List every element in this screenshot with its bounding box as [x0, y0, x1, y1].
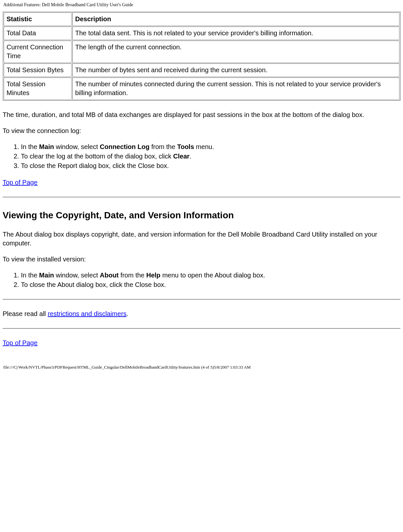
bold-text: Help: [146, 272, 160, 279]
text: from the: [149, 143, 177, 150]
th-description: Description: [72, 12, 399, 26]
bold-text: Main: [39, 272, 54, 279]
list-item: In the Main window, select About from th…: [21, 271, 400, 280]
bold-text: Tools: [177, 143, 194, 150]
top-of-page-link[interactable]: Top of Page: [3, 179, 38, 186]
text: menu to open the About dialog box.: [160, 272, 265, 279]
section-heading-copyright: Viewing the Copyright, Date, and Version…: [3, 209, 400, 222]
text: In the: [21, 272, 39, 279]
cell-description: The number of bytes sent and received du…: [72, 63, 399, 77]
cell-statistic: Current Connection Time: [4, 41, 72, 63]
bold-text: Clear: [173, 153, 190, 160]
bold-text: Main: [39, 143, 54, 150]
text: .: [190, 153, 192, 160]
paragraph-view-version-intro: To view the installed version:: [3, 255, 400, 264]
list-item: In the Main window, select Connection Lo…: [21, 142, 400, 151]
text: window, select: [54, 272, 100, 279]
text: To close the Report dialog box, click th…: [21, 162, 169, 169]
list-item: To close the Report dialog box, click th…: [21, 161, 400, 170]
horizontal-rule: [3, 299, 400, 300]
cell-statistic: Total Data: [4, 26, 72, 40]
text: In the: [21, 143, 39, 150]
paragraph-about-intro: The About dialog box displays copyright,…: [3, 230, 400, 248]
paragraph-past-sessions: The time, duration, and total MB of data…: [3, 110, 400, 119]
connection-log-steps: In the Main window, select Connection Lo…: [3, 142, 400, 170]
top-of-page-link-wrapper: Top of Page: [3, 178, 400, 187]
top-of-page-link[interactable]: Top of Page: [3, 339, 38, 346]
horizontal-rule: [3, 197, 400, 197]
table-row: Total Data The total data sent. This is …: [4, 26, 399, 40]
text: To clear the log at the bottom of the di…: [21, 153, 173, 160]
text: from the: [119, 272, 146, 279]
table-header-row: Statistic Description: [4, 12, 399, 26]
table-row: Total Session Bytes The number of bytes …: [4, 63, 399, 77]
paragraph-restrictions: Please read all restrictions and disclai…: [3, 309, 400, 318]
page-header: Additional Features: Dell Mobile Broadba…: [3, 0, 400, 11]
about-steps: In the Main window, select About from th…: [3, 271, 400, 289]
list-item: To close the About dialog box, click the…: [21, 280, 400, 289]
cell-description: The total data sent. This is not related…: [72, 26, 399, 40]
bold-text: Connection Log: [100, 143, 149, 150]
bold-text: About: [100, 272, 119, 279]
th-statistic: Statistic: [4, 12, 72, 26]
statistics-table: Statistic Description Total Data The tot…: [3, 11, 400, 101]
cell-description: The length of the current connection.: [72, 41, 399, 63]
list-item: To clear the log at the bottom of the di…: [21, 152, 400, 161]
text: menu.: [194, 143, 214, 150]
text: Please read all: [3, 310, 48, 317]
restrictions-link[interactable]: restrictions and disclaimers: [48, 310, 126, 317]
footer-path: file:///C|/Work/NVTL/Phase3/PDFRequest/H…: [3, 355, 400, 372]
cell-statistic: Total Session Bytes: [4, 63, 72, 77]
table-row: Total Session Minutes The number of minu…: [4, 77, 399, 100]
text: .: [126, 310, 128, 317]
text: To close the About dialog box, click the…: [21, 281, 166, 288]
horizontal-rule: [3, 328, 400, 329]
top-of-page-link-wrapper: Top of Page: [3, 339, 400, 347]
table-row: Current Connection Time The length of th…: [4, 41, 399, 63]
paragraph-view-log-intro: To view the connection log:: [3, 126, 400, 135]
text: window, select: [54, 143, 100, 150]
cell-description: The number of minutes connected during t…: [72, 77, 399, 100]
cell-statistic: Total Session Minutes: [4, 77, 72, 100]
